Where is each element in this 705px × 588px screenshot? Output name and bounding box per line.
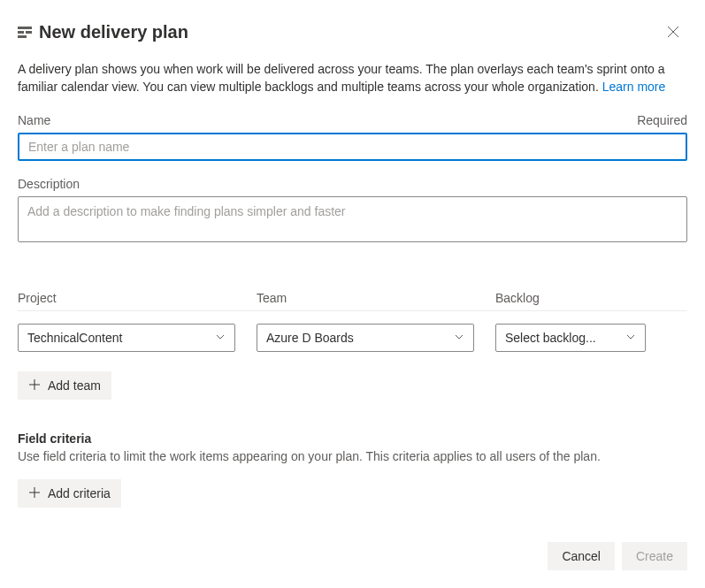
svg-rect-3: [18, 35, 27, 38]
required-label: Required: [637, 113, 687, 127]
plus-icon: [28, 486, 41, 501]
close-icon: [667, 26, 679, 38]
backlog-dropdown-value: Select backlog...: [505, 331, 596, 345]
description-label: Description: [18, 177, 687, 191]
dialog-title: New delivery plan: [39, 22, 188, 42]
add-criteria-label: Add criteria: [48, 486, 111, 500]
header-left: New delivery plan: [18, 22, 188, 42]
svg-rect-2: [26, 31, 32, 34]
add-criteria-button[interactable]: Add criteria: [18, 479, 121, 508]
team-dropdown[interactable]: Azure D Boards: [257, 324, 474, 352]
intro-text: A delivery plan shows you when work will…: [18, 60, 687, 95]
add-team-button[interactable]: Add team: [18, 371, 111, 400]
team-columns-header: Project Team Backlog: [18, 291, 687, 305]
chevron-down-icon: [215, 331, 226, 345]
learn-more-link[interactable]: Learn more: [602, 80, 666, 94]
backlog-dropdown[interactable]: Select backlog...: [495, 324, 646, 352]
plan-description-input[interactable]: [18, 196, 687, 242]
svg-rect-1: [18, 31, 24, 34]
chevron-down-icon: [625, 331, 636, 345]
svg-rect-0: [18, 27, 32, 29]
project-dropdown-value: TechnicalContent: [27, 331, 122, 345]
plus-icon: [28, 378, 41, 393]
chevron-down-icon: [454, 331, 464, 345]
team-column-label: Team: [257, 291, 474, 305]
project-dropdown[interactable]: TechnicalContent: [18, 324, 235, 352]
project-column-label: Project: [18, 291, 235, 305]
field-criteria-title: Field criteria: [18, 431, 687, 446]
cancel-button[interactable]: Cancel: [548, 542, 615, 570]
team-row: TechnicalContent Azure D Boards Select b…: [18, 324, 687, 352]
name-label: Name: [18, 113, 50, 127]
add-team-label: Add team: [48, 378, 101, 393]
plan-name-input[interactable]: [18, 133, 687, 161]
name-label-row: Name Required: [18, 113, 687, 127]
dialog-header: New delivery plan: [18, 18, 687, 46]
close-button[interactable]: [659, 18, 687, 46]
backlog-column-label: Backlog: [495, 291, 646, 305]
field-criteria-desc: Use field criteria to limit the work ite…: [18, 449, 687, 463]
intro-body: A delivery plan shows you when work will…: [18, 62, 665, 94]
dialog-footer: Cancel Create: [548, 542, 687, 570]
create-button[interactable]: Create: [622, 542, 687, 570]
team-dropdown-value: Azure D Boards: [266, 331, 354, 345]
delivery-plan-icon: [18, 26, 32, 38]
team-row-divider: [18, 310, 687, 311]
